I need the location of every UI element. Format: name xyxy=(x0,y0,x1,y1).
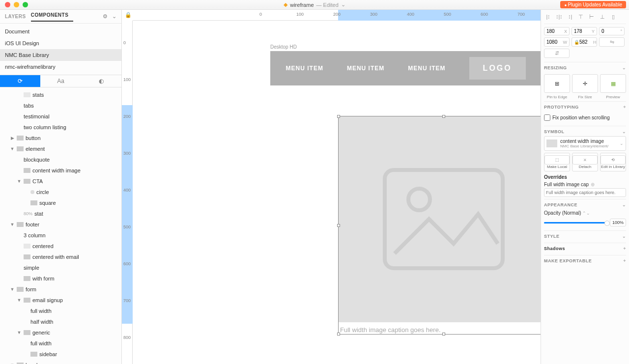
align-left-icon[interactable]: |⫶ xyxy=(544,13,553,21)
layer-row[interactable]: half width xyxy=(0,316,121,327)
doc-item[interactable]: nmc-wireframelibrary xyxy=(0,61,121,73)
layer-row[interactable]: square xyxy=(0,197,121,208)
symbol-path: NMC Base Library/element/ xyxy=(560,144,617,148)
lock-icon[interactable]: 🔒 xyxy=(125,12,132,18)
layer-row[interactable]: content width image xyxy=(0,165,121,176)
layer-row[interactable]: full width xyxy=(0,338,121,349)
zoom-icon[interactable] xyxy=(23,2,28,7)
chevron-down-icon: ⌄ xyxy=(620,141,624,146)
fix-size-button[interactable]: ✛ xyxy=(572,74,598,93)
layer-row[interactable]: 80%stat xyxy=(0,208,121,219)
fix-position-checkbox[interactable]: Fix position when scrolling xyxy=(544,112,626,124)
layer-row[interactable]: sidebar xyxy=(0,349,121,360)
override-input[interactable] xyxy=(544,188,626,197)
sidebar-tabs: LAYERS COMPONENTS ⚙ ⌄ xyxy=(0,10,121,24)
nav-bar: MENU ITEM MENU ITEM MENU ITEM LOGO MENU … xyxy=(270,51,541,85)
inspector: |⫶ ⫶|⫶ ⫶| ⊤ ⊢ ⊥ ▯ X Y ° W 🔒H ⇋ ⇵ RESIZIN… xyxy=(541,10,629,364)
layer-row[interactable]: centered with email xyxy=(0,252,121,262)
layer-row[interactable]: circle xyxy=(0,187,121,197)
mode-sync[interactable]: ⟳ xyxy=(0,75,40,87)
opacity-label[interactable]: Opacity (Normal) ⌃⌄ xyxy=(544,209,626,217)
nav-item: MENU ITEM xyxy=(408,65,445,72)
align-top-icon[interactable]: ⊤ xyxy=(576,13,585,21)
layer-row[interactable]: ▼form xyxy=(0,284,121,295)
plugin-updates-badge[interactable]: Plugin Updates Available xyxy=(560,1,626,8)
x-input[interactable]: X xyxy=(544,27,570,35)
doc-item-selected[interactable]: NMC Base Library xyxy=(0,49,121,61)
layer-row[interactable]: blockquote xyxy=(0,154,121,165)
appearance-header[interactable]: APPEARANCE⌄ xyxy=(544,199,626,209)
layer-row[interactable]: with form xyxy=(0,273,121,284)
content-width-image[interactable] xyxy=(338,116,541,322)
rotation-input[interactable]: ° xyxy=(599,27,625,35)
layer-row[interactable]: tabs xyxy=(0,100,121,111)
layer-row[interactable]: centered xyxy=(0,241,121,252)
layer-row[interactable]: two column listing xyxy=(0,122,121,133)
logo: LOGO xyxy=(469,57,526,80)
close-icon[interactable] xyxy=(5,2,10,7)
align-right-icon[interactable]: ⫶| xyxy=(566,13,574,21)
tab-layers[interactable]: LAYERS xyxy=(5,14,31,19)
mode-shape[interactable]: ◐ xyxy=(81,75,121,87)
layer-row[interactable]: simple xyxy=(0,262,121,273)
chevron-down-icon[interactable]: ⌄ xyxy=(112,13,116,20)
layer-row[interactable]: testimonial xyxy=(0,111,121,122)
shadows-header[interactable]: Shadows+ xyxy=(544,243,626,253)
pin-to-edge-button[interactable]: ⊞ xyxy=(544,74,570,93)
style-header[interactable]: STYLE⌄ xyxy=(544,230,626,241)
mode-text[interactable]: Aa xyxy=(40,75,81,87)
edited-status: — Edited xyxy=(316,2,339,8)
opacity-slider[interactable] xyxy=(544,222,608,224)
doc-item[interactable]: Document xyxy=(0,26,121,37)
align-bottom-icon[interactable]: ⊥ xyxy=(598,13,607,21)
layer-row[interactable]: ▼footer xyxy=(0,219,121,230)
image-caption: Full width image caption goes here. xyxy=(340,326,441,334)
distribute-icon[interactable]: ▯ xyxy=(609,13,618,21)
y-input[interactable]: Y xyxy=(572,27,597,35)
make-local-button[interactable]: ⬚Make Local xyxy=(544,153,570,171)
align-center-icon[interactable]: ⫶|⫶ xyxy=(555,13,564,21)
height-input[interactable]: 🔒H xyxy=(572,37,597,47)
width-input[interactable]: W xyxy=(544,37,570,47)
detach-button[interactable]: ⤫Detach xyxy=(572,153,598,171)
canvas[interactable]: Desktop HD MENU ITEM MENU ITEM MENU ITEM… xyxy=(133,21,541,364)
layer-row[interactable]: ▼header xyxy=(0,360,121,364)
svg-rect-0 xyxy=(385,170,503,268)
ruler-selection xyxy=(122,105,133,324)
coords-group: X Y ° W 🔒H ⇋ ⇵ xyxy=(544,27,626,58)
symbol-thumb-icon xyxy=(546,140,557,147)
gear-icon[interactable]: ⚙ xyxy=(103,13,108,20)
tab-components[interactable]: COMPONENTS xyxy=(31,12,74,22)
minimize-icon[interactable] xyxy=(14,2,19,7)
symbol-name: content width image xyxy=(560,139,617,144)
mode-tabs: ⟳ Aa ◐ xyxy=(0,75,121,87)
symbol-selector[interactable]: content width image NMC Base Library/ele… xyxy=(544,136,626,151)
resizing-header[interactable]: RESIZING⌄ xyxy=(544,62,626,72)
layer-row[interactable]: ▶button xyxy=(0,133,121,143)
layer-row[interactable]: full width xyxy=(0,306,121,316)
layer-row[interactable]: ▼generic xyxy=(0,327,121,338)
preview-button[interactable]: ▦ xyxy=(600,74,626,93)
ruler-vertical[interactable]: 0100200300400500600700800 xyxy=(122,21,133,364)
doc-item[interactable]: iOS UI Design xyxy=(0,37,121,49)
prototyping-header[interactable]: PROTOTYPING+ xyxy=(544,101,626,112)
align-middle-icon[interactable]: ⊢ xyxy=(587,13,596,21)
opacity-value[interactable]: 100% xyxy=(610,219,626,226)
symbol-header[interactable]: SYMBOL⌄ xyxy=(544,126,626,136)
flip-v-button[interactable]: ⇵ xyxy=(544,49,570,58)
layer-row[interactable]: ▼element xyxy=(0,143,121,154)
dropdown-icon[interactable]: ⌄ xyxy=(341,1,345,8)
titlebar: ◆ wireframe — Edited ⌄ Plugin Updates Av… xyxy=(0,0,629,10)
edit-in-library-button[interactable]: ⟲Edit in Library xyxy=(600,153,626,171)
flip-h-button[interactable]: ⇋ xyxy=(599,37,625,47)
canvas-area[interactable]: 🔒 01002003004005006007008009001,000 0100… xyxy=(122,10,541,364)
layer-row[interactable]: 3 column xyxy=(0,230,121,241)
layer-tree[interactable]: statstabstestimonialtwo column listing▶b… xyxy=(0,87,121,364)
ruler-horizontal[interactable]: 01002003004005006007008009001,000 xyxy=(133,10,541,21)
export-header[interactable]: MAKE EXPORTABLE+ xyxy=(544,255,626,265)
layer-row[interactable]: ▼email signup xyxy=(0,295,121,306)
layer-row[interactable]: stats xyxy=(0,89,121,100)
artboard-label[interactable]: Desktop HD xyxy=(270,44,297,50)
image-placeholder-icon xyxy=(380,165,508,273)
layer-row[interactable]: ▼CTA xyxy=(0,176,121,187)
